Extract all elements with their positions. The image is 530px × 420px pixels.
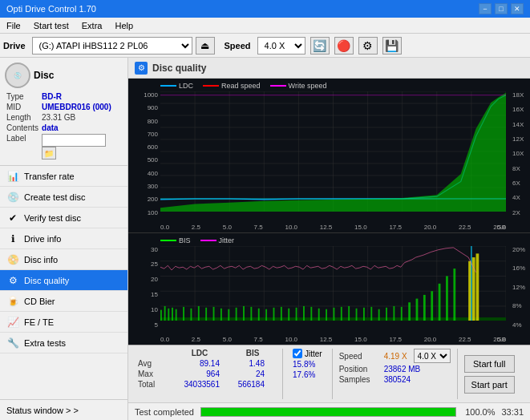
lower-y-axis-right: 20% 16% 12% 8% 4% [512,246,528,329]
start-full-button[interactable]: Start full [464,355,515,373]
speed-label: Speed [225,41,251,50]
sidebar-item-verify-test-disc[interactable]: ✔ Verify test disc [0,208,127,228]
contents-label: Contents [5,123,40,133]
drive-select[interactable]: (G:) ATAPI iHBS112 2 PL06 [32,37,192,55]
length-label: Length [5,112,40,123]
samples-label: Samples [339,375,381,384]
sidebar-item-drive-info[interactable]: ℹ Drive info [0,228,127,249]
cd-bier-label: CD Bier [24,297,55,306]
action-buttons: Start full Start part [458,345,521,402]
max-row: Max 964 24 [138,370,273,378]
upper-legend: LDC Read speed Write speed [160,82,326,90]
max-bis: 24 [225,370,265,378]
svg-rect-42 [164,306,166,321]
svg-rect-46 [183,306,184,321]
disc-quality-header-icon: ⚙ [135,62,148,75]
sidebar-item-create-test-disc[interactable]: 💿 Create test disc [0,187,127,208]
disc-icon: 💿 [5,63,30,88]
disc-info-label: Disc info [24,255,58,265]
content-header: ⚙ Disc quality [128,58,530,79]
svg-rect-49 [205,307,207,321]
menu-file[interactable]: File [3,21,24,30]
jitter-stats: Jitter 15.8% 17.6% [283,345,332,402]
main-layout: 💿 Disc Type BD-R MID UMEBDR016 (000) Len… [0,58,530,420]
jitter-checkbox[interactable] [293,349,302,358]
sidebar-item-transfer-rate[interactable]: 📊 Transfer rate [0,166,127,187]
position-label: Position [339,365,381,374]
avg-bis: 1.48 [225,359,265,368]
svg-rect-45 [176,309,177,321]
svg-rect-80 [439,283,441,321]
drive-info-label: Drive info [24,234,61,244]
menu-extra[interactable]: Extra [79,21,106,30]
bis-col-header: BIS [233,349,273,357]
disc-panel-title: Disc [34,70,54,81]
svg-rect-67 [341,306,342,321]
svg-rect-41 [160,309,162,321]
sidebar-item-disc-quality[interactable]: ⚙ Disc quality [0,270,127,291]
settings-button[interactable]: ⚙ [358,37,378,55]
fe-te-label: FE / TE [24,317,54,327]
close-button[interactable]: ✕ [511,3,524,14]
menu-start-test[interactable]: Start test [30,21,72,30]
progress-fill [201,408,455,416]
svg-rect-59 [281,306,282,321]
svg-rect-84 [472,257,475,321]
jitter-legend: Jitter [200,236,235,244]
speed-stat-select[interactable]: 4.0 X [414,349,451,363]
progress-percent: 100.0% [463,407,495,417]
mid-label: MID [5,102,40,112]
upper-y-axis-right: 18X 16X 14X 12X 10X 8X 6X 4X 2X [512,91,528,216]
svg-rect-68 [348,306,350,321]
minimize-button[interactable]: − [479,3,492,14]
disc-label-input[interactable] [42,134,106,147]
progress-bar-container: Test completed 100.0% 33:31 [128,402,530,420]
upper-x-unit: GB [496,224,506,231]
sidebar-item-fe-te[interactable]: 📈 FE / TE [0,312,127,333]
bis-legend: BIS [160,236,191,244]
create-test-disc-label: Create test disc [24,192,85,202]
fe-te-icon: 📈 [6,316,19,329]
status-window-button[interactable]: Status window > > [0,399,127,420]
sidebar-item-cd-bier[interactable]: 🍺 CD Bier [0,291,127,312]
sidebar: 💿 Disc Type BD-R MID UMEBDR016 (000) Len… [0,58,128,420]
svg-rect-43 [168,308,169,321]
speed-row: Speed 4.19 X 4.0 X [339,349,451,363]
svg-rect-77 [416,298,419,321]
total-ldc: 34033561 [172,380,220,389]
sidebar-item-disc-info[interactable]: 📀 Disc info [0,249,127,270]
svg-rect-56 [258,308,260,321]
max-label: Max [138,370,167,378]
write-speed-legend-label: Write speed [289,82,327,90]
svg-rect-60 [288,308,289,321]
avg-row: Avg 89.14 1.48 [138,359,273,368]
svg-rect-81 [446,276,448,321]
lower-y-axis-left: 30 25 20 15 10 5 [130,246,158,329]
position-value: 23862 MB [384,365,421,374]
burn-button[interactable]: 🔴 [334,37,354,55]
maximize-button[interactable]: □ [495,3,508,14]
elapsed-time: 33:31 [501,407,524,417]
label-browse-button[interactable]: 📁 [42,147,56,160]
refresh-button[interactable]: 🔄 [310,37,330,55]
sidebar-item-extra-tests[interactable]: 🔧 Extra tests [0,333,127,353]
start-part-button[interactable]: Start part [464,376,515,394]
save-button[interactable]: 💾 [382,37,402,55]
total-row: Total 34033561 566184 [138,380,273,389]
extra-tests-label: Extra tests [24,338,66,348]
eject-button[interactable]: ⏏ [196,37,215,55]
upper-y-axis-left: 1000 900 800 700 600 500 400 300 200 100 [130,91,158,216]
total-label: Total [138,380,167,389]
stats-headers: LDC BIS [138,349,273,357]
window-controls: − □ ✕ [479,3,524,14]
speed-select[interactable]: 4.0 X [257,37,305,55]
transfer-rate-label: Transfer rate [24,172,75,181]
max-jitter-row: 17.6% [293,370,322,379]
titlebar: Opti Drive Control 1.70 − □ ✕ [0,0,530,18]
disc-info-icon: 📀 [6,253,19,266]
progress-track [200,407,456,417]
menu-help[interactable]: Help [111,21,136,30]
ldc-legend: LDC [160,82,193,90]
svg-rect-58 [273,307,275,321]
avg-jitter-row: 15.8% [293,360,322,369]
